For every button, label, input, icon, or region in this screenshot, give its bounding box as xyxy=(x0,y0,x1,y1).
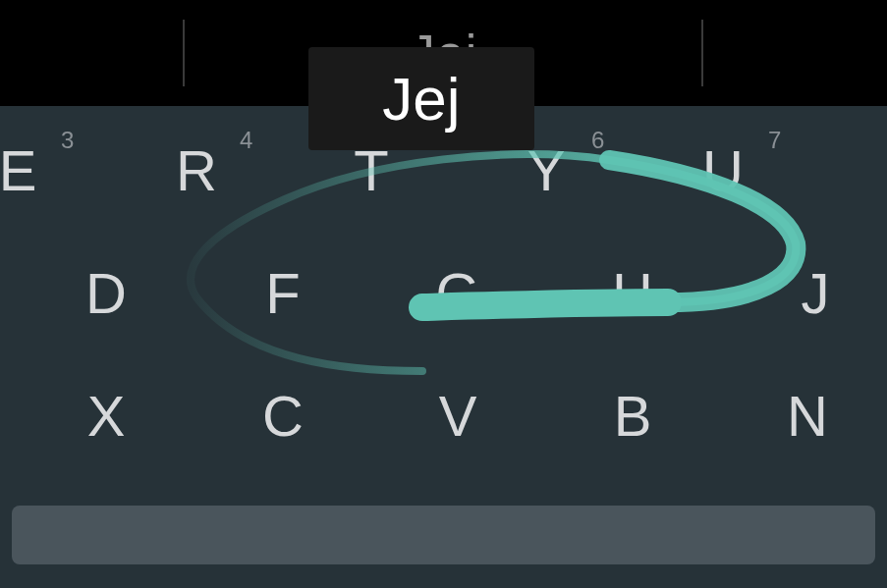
key-superscript-3: 3 xyxy=(61,127,74,154)
suggestion-divider xyxy=(183,20,185,86)
key-c[interactable]: C xyxy=(253,354,312,477)
key-v[interactable]: V xyxy=(428,354,487,477)
key-u[interactable]: U xyxy=(693,109,752,232)
key-superscript-7: 7 xyxy=(768,127,781,154)
key-e[interactable]: E xyxy=(0,109,47,232)
key-superscript-6: 6 xyxy=(591,127,604,154)
keyboard-row-3: XCVBN xyxy=(0,354,887,477)
key-x[interactable]: X xyxy=(77,354,136,477)
key-d[interactable]: D xyxy=(77,232,136,354)
key-h[interactable]: H xyxy=(603,232,662,354)
key-i[interactable]: I xyxy=(874,109,887,232)
key-j[interactable]: J xyxy=(786,232,845,354)
keyboard: Jej E3R4T5Y6U7I DFGHJ XCVBN xyxy=(0,106,887,588)
key-superscript-4: 4 xyxy=(240,127,252,154)
spacebar[interactable] xyxy=(12,506,875,564)
keyboard-row-2: DFGHJ xyxy=(0,232,887,354)
spacebar-container xyxy=(12,506,875,564)
key-n[interactable]: N xyxy=(778,354,837,477)
key-g[interactable]: G xyxy=(428,232,487,354)
suggestion-divider xyxy=(701,20,703,86)
prediction-popup: Jej xyxy=(308,47,534,150)
key-f[interactable]: F xyxy=(253,232,312,354)
prediction-text: Jej xyxy=(382,64,460,134)
key-r[interactable]: R xyxy=(167,109,226,232)
key-b[interactable]: B xyxy=(603,354,662,477)
